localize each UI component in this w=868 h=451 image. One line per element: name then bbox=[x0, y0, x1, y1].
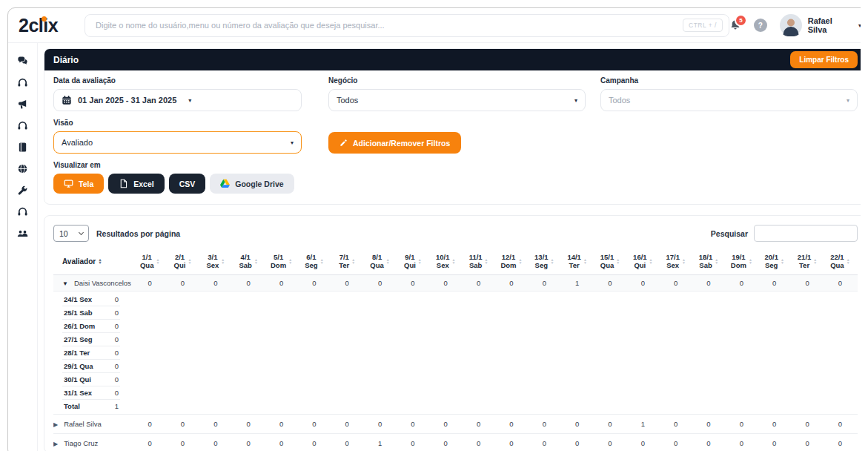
notifications-button[interactable]: 5 bbox=[729, 19, 741, 31]
expand-row-icon[interactable]: ▶ bbox=[53, 441, 58, 447]
column-header-17-1-sex[interactable]: 17/1Sex▲▼ bbox=[660, 249, 692, 275]
detail-label: 28/1 Ter bbox=[64, 349, 90, 357]
global-search-input[interactable] bbox=[94, 20, 683, 30]
column-header-21-1-ter[interactable]: 21/1Ter▲▼ bbox=[791, 249, 824, 275]
sidebar-item-headset[interactable] bbox=[8, 201, 37, 223]
column-header-7-1-ter[interactable]: 7/1Ter▲▼ bbox=[331, 249, 363, 275]
value-cell: 0 bbox=[692, 434, 725, 451]
headset-icon bbox=[17, 206, 28, 217]
column-date: 22/1 bbox=[830, 253, 844, 261]
column-header-18-1-sab[interactable]: 18/1Sab▲▼ bbox=[692, 249, 725, 275]
add-remove-filters-button[interactable]: Adicionar/Remover Filtros bbox=[328, 132, 461, 154]
sidebar-item-headset[interactable] bbox=[8, 72, 37, 93]
column-header-8-1-qua[interactable]: 8/1Qua▲▼ bbox=[363, 249, 396, 275]
column-header-14-1-ter[interactable]: 14/1Ter▲▼ bbox=[560, 249, 593, 275]
column-day: Ter bbox=[569, 261, 580, 269]
column-header-9-1-qui[interactable]: 9/1Qui▲▼ bbox=[397, 249, 429, 275]
table-search-input[interactable] bbox=[754, 225, 858, 242]
sidebar-item-globe[interactable] bbox=[8, 158, 37, 180]
detail-label: 24/1 Sex bbox=[64, 295, 92, 303]
value-cell: 0 bbox=[758, 275, 791, 292]
column-day: Dom bbox=[731, 261, 746, 269]
column-header-6-1-seg[interactable]: 6/1Seg▲▼ bbox=[298, 249, 331, 275]
sidebar-item-book[interactable] bbox=[8, 136, 37, 158]
value-cell: 0 bbox=[725, 275, 758, 292]
value-cell: 0 bbox=[495, 434, 528, 451]
sidebar-item-users[interactable] bbox=[8, 223, 37, 244]
column-day: Dom bbox=[500, 261, 516, 269]
view-excel-button[interactable]: Excel bbox=[108, 174, 164, 194]
value-cell: 0 bbox=[199, 434, 232, 451]
page-size-value: 10 bbox=[59, 229, 68, 238]
page-size-label: Resultados por página bbox=[96, 229, 180, 238]
view-button-label: Google Drive bbox=[235, 180, 283, 188]
collapse-row-icon[interactable]: ▼ bbox=[62, 280, 68, 287]
date-range-input[interactable]: 01 Jan 2025 - 31 Jan 2025 ▾ bbox=[53, 89, 302, 111]
column-header-12-1-dom[interactable]: 12/1Dom▲▼ bbox=[495, 249, 528, 275]
value-cell: 0 bbox=[133, 415, 166, 434]
table-row-daisi-vasconcelos: ▼Daisi Vasconcelos0000000000000100000000… bbox=[53, 275, 858, 292]
value-cell: 0 bbox=[232, 434, 265, 451]
column-header-avaliador[interactable]: Avaliador ▲▼ bbox=[53, 249, 133, 275]
row-toggle[interactable]: ▶Rafael Silva bbox=[53, 415, 133, 434]
column-header-23-1-qui[interactable]: 23/1Qui▲▼ bbox=[857, 249, 858, 275]
logo[interactable]: 2clix bbox=[19, 15, 62, 36]
column-header-16-1-qui[interactable]: 16/1Qui▲▼ bbox=[626, 249, 659, 275]
negocio-select[interactable]: Todos ▾ bbox=[328, 89, 586, 111]
value-cell: 0 bbox=[660, 434, 692, 451]
column-header-2-1-qui[interactable]: 2/1Qui▲▼ bbox=[166, 249, 199, 275]
column-day: Qui bbox=[404, 261, 416, 269]
headset-icon bbox=[17, 120, 28, 131]
negocio-filter-label: Negócio bbox=[328, 76, 586, 85]
file-icon bbox=[119, 179, 128, 188]
value-cell: 0 bbox=[397, 434, 429, 451]
column-day: Qui bbox=[174, 261, 186, 269]
sort-icon: ▲▼ bbox=[188, 258, 191, 265]
column-day: Seg bbox=[535, 261, 548, 269]
value-cell: 0 bbox=[397, 415, 429, 434]
chevron-down-icon: ▾ bbox=[574, 97, 577, 104]
row-toggle[interactable]: ▼Daisi Vasconcelos bbox=[53, 275, 133, 292]
help-button[interactable]: ? bbox=[754, 19, 767, 32]
column-header-11-1-sab[interactable]: 11/1Sab▲▼ bbox=[462, 249, 494, 275]
details-list: 24/1 Sex025/1 Sab026/1 Dom027/1 Seg028/1… bbox=[53, 292, 858, 415]
expand-row-icon[interactable]: ▶ bbox=[53, 421, 58, 428]
column-header-4-1-sab[interactable]: 4/1Sab▲▼ bbox=[232, 249, 265, 275]
sort-icon: ▲▼ bbox=[156, 258, 159, 265]
value-cell: 0 bbox=[397, 275, 429, 292]
column-header-13-1-seg[interactable]: 13/1Seg▲▼ bbox=[528, 249, 560, 275]
value-cell: 0 bbox=[331, 275, 363, 292]
sort-icon: ▲▼ bbox=[616, 258, 620, 265]
value-cell: 0 bbox=[363, 415, 396, 434]
table-wrapper: Avaliador ▲▼ 1/1Qua▲▼2/1Qui▲▼3/1Sex▲▼4/1… bbox=[53, 249, 858, 451]
visao-select[interactable]: Avaliado ▾ bbox=[53, 131, 302, 154]
column-header-1-1-qua[interactable]: 1/1Qua▲▼ bbox=[133, 249, 166, 275]
row-toggle[interactable]: ▶Tiago Cruz bbox=[53, 434, 133, 451]
clear-filters-button[interactable]: Limpar Filtros bbox=[790, 51, 858, 68]
detail-label: 29/1 Qua bbox=[64, 362, 93, 370]
sidebar-item-megaphone[interactable] bbox=[8, 93, 37, 115]
column-header-5-1-dom[interactable]: 5/1Dom▲▼ bbox=[265, 249, 297, 275]
sidebar-item-wrench[interactable] bbox=[8, 180, 37, 201]
page-size-select[interactable]: 10 bbox=[53, 225, 89, 242]
view-google-drive-button[interactable]: Google Drive bbox=[210, 174, 294, 194]
sidebar-item-chat[interactable] bbox=[8, 50, 37, 72]
column-header-15-1-qua[interactable]: 15/1Qua▲▼ bbox=[594, 249, 626, 275]
column-header-3-1-sex[interactable]: 3/1Sex▲▼ bbox=[199, 249, 232, 275]
detail-value: 0 bbox=[115, 389, 119, 397]
sort-icon: ▲▼ bbox=[781, 258, 784, 265]
value-cell: 0 bbox=[298, 415, 331, 434]
column-header-19-1-dom[interactable]: 19/1Dom▲▼ bbox=[725, 249, 758, 275]
sort-icon: ▲▼ bbox=[682, 258, 686, 265]
campanha-select[interactable]: Todos ▾ bbox=[600, 89, 858, 111]
view-tela-button[interactable]: Tela bbox=[53, 174, 104, 194]
sidebar-item-headset[interactable] bbox=[8, 115, 37, 136]
column-header-22-1-qua[interactable]: 22/1Qua▲▼ bbox=[824, 249, 856, 275]
user-menu[interactable]: Rafael Silva ▾ bbox=[780, 14, 861, 36]
column-header-10-1-sex[interactable]: 10/1Sex▲▼ bbox=[429, 249, 462, 275]
value-cell: 0 bbox=[560, 415, 593, 434]
column-header-20-1-seg[interactable]: 20/1Seg▲▼ bbox=[758, 249, 791, 275]
view-csv-button[interactable]: CSV bbox=[169, 174, 206, 194]
detail-row: 28/1 Ter0 bbox=[62, 346, 120, 360]
value-cell: 0 bbox=[495, 275, 528, 292]
